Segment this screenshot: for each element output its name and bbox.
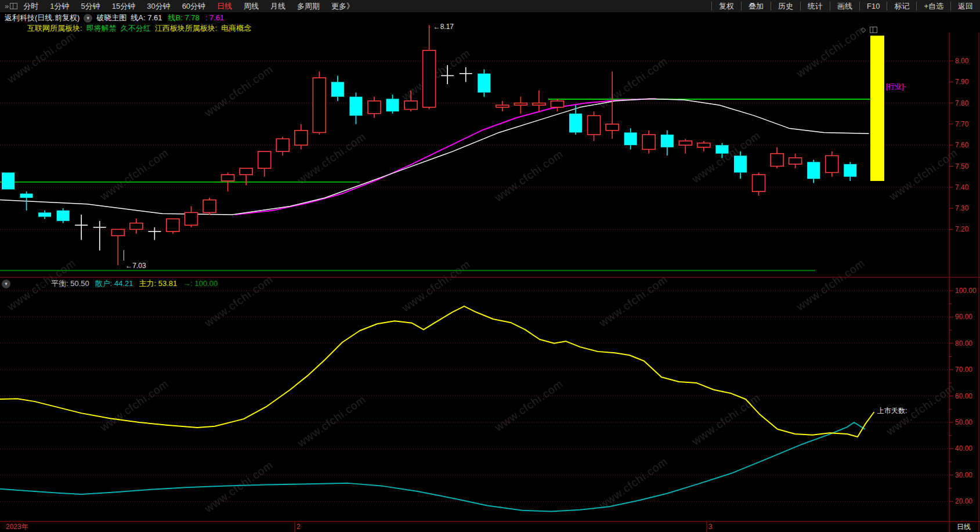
- sector-tag[interactable]: 电商概念: [221, 23, 251, 34]
- split-window-icon[interactable]: [870, 27, 877, 33]
- svg-text:7.40: 7.40: [955, 183, 969, 191]
- svg-text:20.00: 20.00: [955, 497, 972, 505]
- stock-title: 返利科技(日线.前复权): [5, 13, 79, 23]
- toolbar-period-5分钟[interactable]: 5分钟: [75, 1, 106, 12]
- chevron-down-icon[interactable]: ▾: [2, 280, 10, 288]
- toolbar-period-更多》[interactable]: 更多》: [326, 1, 360, 12]
- toolbar-period-月线[interactable]: 月线: [265, 1, 291, 12]
- app-window: » 分时1分钟5分钟15分钟30分钟60分钟日线周线月线多周期更多》 复权叠加历…: [0, 0, 980, 532]
- svg-text:上市天数:: 上市天数:: [877, 407, 907, 415]
- tools-menu: 复权叠加历史统计画线F10标记+自选返回: [711, 2, 980, 10]
- svg-text:8.00: 8.00: [955, 57, 969, 65]
- toolbar-tool-叠加[interactable]: 叠加: [741, 2, 771, 10]
- svg-text:3: 3: [708, 523, 713, 531]
- svg-text:40.00: 40.00: [955, 444, 972, 453]
- sector-tag[interactable]: 久不分红: [121, 23, 151, 34]
- toolbar-tool-复权[interactable]: 复权: [711, 2, 741, 10]
- indicator-values: 线A: 7.61线B: 7.78: 7.61: [131, 13, 230, 23]
- toolbar-period-分时[interactable]: 分时: [17, 1, 44, 12]
- toolbar-tool-画线[interactable]: 画线: [830, 2, 859, 10]
- toolbar-period-多周期[interactable]: 多周期: [291, 1, 326, 12]
- svg-text:90.00: 90.00: [955, 313, 972, 321]
- legend-value: 线A: 7.61: [131, 13, 162, 23]
- toolbar-period-周线[interactable]: 周线: [238, 1, 265, 12]
- toolbar-tool-标记[interactable]: 标记: [887, 2, 916, 10]
- svg-text:60.00: 60.00: [955, 392, 972, 400]
- bottom-period-label[interactable]: 日线: [957, 523, 971, 531]
- top-toolbar: » 分时1分钟5分钟15分钟30分钟60分钟日线周线月线多周期更多》 复权叠加历…: [0, 0, 980, 12]
- sub-legend-value: 平衡: 50.50: [51, 279, 89, 288]
- svg-text:30.00: 30.00: [955, 471, 972, 479]
- sector-tag[interactable]: 江西板块所属板块:: [155, 23, 218, 34]
- sub-indicator-values: 平衡: 50.50散户: 44.21主力: 53.81→: 100.00: [51, 278, 223, 289]
- toolbar-period-1分钟[interactable]: 1分钟: [44, 1, 75, 12]
- svg-text:[行业]-: [行业]-: [886, 82, 906, 91]
- svg-text:7.60: 7.60: [955, 141, 969, 149]
- legend-value: 线B: 7.78: [168, 13, 199, 23]
- chart-corner-buttons: ◇: [860, 26, 877, 34]
- svg-text:7.90: 7.90: [955, 78, 969, 86]
- svg-text:50.00: 50.00: [955, 418, 972, 426]
- svg-text:7.30: 7.30: [955, 204, 969, 212]
- toolbar-tool-返回[interactable]: 返回: [950, 2, 980, 10]
- toolbar-period-15分钟[interactable]: 15分钟: [106, 1, 141, 12]
- chevron-down-icon[interactable]: ▾: [84, 14, 92, 23]
- svg-text:7.80: 7.80: [955, 99, 969, 107]
- svg-text:2023年: 2023年: [6, 523, 28, 531]
- sub-legend-value: 散户: 44.21: [95, 279, 133, 288]
- sub-legend-value: →: 100.00: [183, 279, 218, 288]
- diamond-icon[interactable]: ◇: [860, 26, 866, 34]
- svg-text:80.00: 80.00: [955, 339, 972, 348]
- sector-tag[interactable]: 互联网所属板块:: [27, 23, 82, 34]
- toolbar-tool-历史[interactable]: 历史: [771, 2, 800, 10]
- sub-panel-header: ▾ 破晓主散 平衡: 50.50散户: 44.21主力: 53.81→: 100…: [2, 278, 223, 289]
- svg-text:7.20: 7.20: [955, 225, 969, 233]
- sub-legend-value: 主力: 53.81: [139, 279, 178, 288]
- toolbar-period-30分钟[interactable]: 30分钟: [141, 1, 176, 12]
- sector-tag[interactable]: 即将解禁: [86, 23, 117, 34]
- period-menu: » 分时1分钟5分钟15分钟30分钟60分钟日线周线月线多周期更多》: [0, 1, 360, 12]
- svg-text:7.70: 7.70: [955, 120, 969, 128]
- main-indicator-name[interactable]: 破晓主图: [96, 13, 126, 23]
- svg-text:←7.03: ←7.03: [125, 262, 146, 270]
- sector-info-row: 互联网所属板块:即将解禁久不分红江西板块所属板块:电商概念: [27, 23, 251, 34]
- toolbar-tool-F10[interactable]: F10: [859, 2, 887, 10]
- svg-text:70.00: 70.00: [955, 365, 972, 374]
- sub-indicator-name[interactable]: 破晓主散: [16, 278, 46, 289]
- svg-text:2: 2: [296, 523, 301, 531]
- toolbar-period-60分钟[interactable]: 60分钟: [176, 1, 211, 12]
- toolbar-period-日线[interactable]: 日线: [211, 1, 238, 12]
- toolbar-tool-统计[interactable]: 统计: [800, 2, 830, 10]
- svg-text:7.50: 7.50: [955, 162, 969, 171]
- legend-row: 返利科技(日线.前复权) ▾ 破晓主图 线A: 7.61线B: 7.78: 7.…: [5, 13, 230, 23]
- panel-toggle-icon[interactable]: »: [2, 2, 17, 10]
- svg-text:100.00: 100.00: [955, 287, 977, 295]
- chart-canvas[interactable]: 8.007.907.807.707.607.507.407.307.20100.…: [0, 0, 980, 532]
- toolbar-tool-+自选[interactable]: +自选: [916, 2, 950, 10]
- legend-value: : 7.61: [205, 13, 225, 22]
- svg-text:←8.17: ←8.17: [433, 23, 454, 31]
